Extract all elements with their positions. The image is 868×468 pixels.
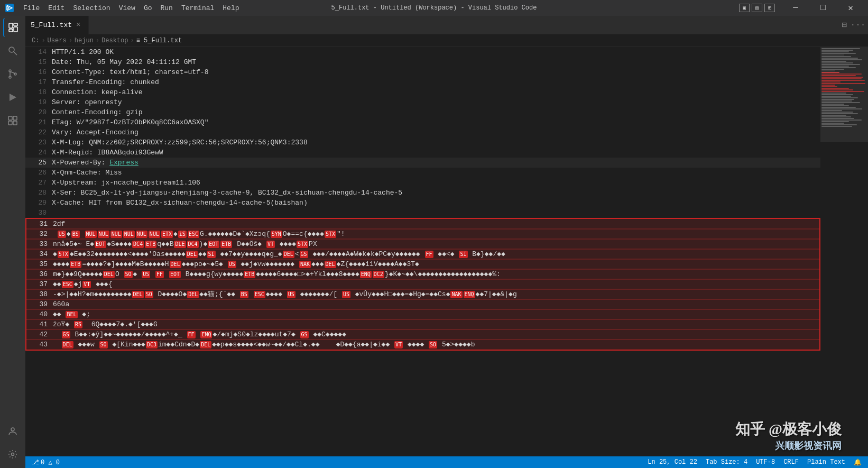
account-icon[interactable] (3, 421, 22, 441)
status-bar: ⎇ 0 △ 0 Ln 25, Col 22 Tab Size: 4 UTF-8 … (25, 456, 868, 468)
layout-icon-1[interactable]: ▣ (739, 4, 750, 12)
titlebar: File Edit Selection View Go Run Terminal… (0, 0, 868, 16)
line-34: 34 ◆STX◆E◆◆32◆◆◆◆◆◆◆◆<◆◆◆◆'Oas◆◆◆◆◆DEL◆◆… (26, 249, 819, 259)
git-icon: ⎇ (32, 458, 39, 466)
menu-run[interactable]: Run (156, 2, 177, 14)
menu-selection[interactable]: Selection (69, 2, 114, 14)
line-15: 15 Date: Thu, 05 May 2022 04:11:12 GMT (25, 57, 820, 67)
menu-edit[interactable]: Edit (44, 2, 69, 14)
line-40: 40 ◆◆ BEL ◆; (26, 309, 819, 319)
notification-icon[interactable]: 🔔 (852, 458, 864, 466)
line-28: 28 X-Ser: BC25_dx-lt-yd-jiangsu-zhenjian… (25, 188, 820, 198)
position-indicator[interactable]: Ln 25, Col 22 (645, 458, 699, 466)
line-24: 24 X-M-Reqid: IB8AABqdoi93GewW (25, 148, 820, 158)
line-29: 29 X-Cache: HIT from BC132_dx-sichuan-ch… (25, 198, 820, 208)
breadcrumb: C: › Users › hejun › Desktop › ≡ 5_Full.… (25, 34, 868, 47)
layout-icons: ▣ ▤ ⊞ (739, 4, 775, 12)
menu-go[interactable]: Go (140, 2, 156, 14)
line-31: 31 2df (26, 219, 819, 229)
close-button[interactable]: ✕ (838, 0, 863, 16)
main-layout: 5_Full.txt × ⊟ ··· C: › Users › hejun › … (0, 16, 868, 468)
svg-rect-13 (13, 121, 17, 125)
svg-rect-3 (9, 29, 13, 32)
settings-icon[interactable] (3, 445, 22, 464)
line-17: 17 Transfer-Encoding: chunked (25, 77, 820, 87)
line-26: 26 X-Qnm-Cache: Miss (25, 168, 820, 178)
menu-help[interactable]: Help (218, 2, 243, 14)
status-right: Ln 25, Col 22 Tab Size: 4 UTF-8 CRLF Pla… (645, 458, 864, 466)
svg-marker-9 (10, 94, 16, 101)
titlebar-left: File Edit Selection View Go Run Terminal… (5, 2, 244, 14)
split-editor-button[interactable]: ⊟ (838, 19, 850, 31)
tab-size-indicator[interactable]: Tab Size: 4 (704, 458, 750, 466)
svg-rect-2 (14, 27, 17, 32)
line-22: 22 Vary: Accept-Encoding (25, 127, 820, 137)
code-editor[interactable]: 14 HTTP/1.1 200 OK 15 Date: Thu, 05 May … (25, 47, 868, 456)
express-link[interactable]: Express (109, 159, 138, 167)
line-25: 25 X-Powered-By: Express (25, 158, 820, 168)
line-23: 23 X-M-Log: QNM:zz602;SRCPROXY:zz599;SRC… (25, 137, 820, 148)
breadcrumb-hejun: hejun (75, 37, 94, 44)
minimize-button[interactable]: ─ (783, 0, 808, 16)
menu-file[interactable]: File (19, 2, 44, 14)
line-36: 36 m◆}◆◆9Q◆◆◆◆◆DELO SO◆ US FF EOT B◆◆◆◆g… (26, 269, 819, 279)
svg-rect-12 (8, 121, 12, 125)
minimap-viewport[interactable] (820, 47, 868, 142)
encoding-indicator[interactable]: UTF-8 (754, 458, 777, 466)
line-20: 20 Content-Encoding: gzip (25, 107, 820, 117)
line-27: 27 X-Upstream: jx-ncache_upstream11.106 (25, 178, 820, 188)
extensions-icon[interactable] (3, 111, 22, 130)
lines-table: 14 HTTP/1.1 200 OK 15 Date: Thu, 05 May … (25, 47, 820, 456)
tab-bar: 5_Full.txt × ⊟ ··· (25, 16, 868, 34)
tab-close-button[interactable]: × (75, 20, 81, 30)
tab-filename: 5_Full.txt (31, 21, 72, 29)
more-actions-button[interactable]: ··· (852, 19, 864, 31)
line-32: 32 US◆BS NULNULNULNULNULNULETX◆iSESCG.◆◆… (26, 229, 819, 239)
line-14: 14 HTTP/1.1 200 OK (25, 47, 820, 57)
line-19: 19 Server: openresty (25, 97, 820, 107)
menu-terminal[interactable]: Terminal (177, 2, 218, 14)
line-41: 41 žoŸ◆ RS 6Q◆◆◆◆7◆.◆'[◆◆◆G (26, 319, 819, 329)
line-33: 33 nnå◆5◆~ E◆EOT◆S◆◆◆◆DC4ETBq◆◆BDLEDC4)◆… (26, 239, 819, 249)
layout-icon-2[interactable]: ▤ (752, 4, 762, 12)
svg-rect-10 (8, 116, 12, 120)
svg-rect-1 (14, 23, 17, 26)
line-43: 43 DEL ◆◆◆w SO ◆[Kin◆◆◆DC3im◆◆Cdn◆D◆DEL◆… (26, 339, 819, 350)
breadcrumb-file: ≡ 5_Full.txt (136, 37, 182, 44)
line-16: 16 Content-Type: text/html; charset=utf-… (25, 67, 820, 77)
selected-block: 31 2df 32 US◆BS NULNULNULNULNULNULETX◆iS… (25, 218, 820, 351)
breadcrumb-users: Users (48, 37, 67, 44)
tab-actions: ⊟ ··· (838, 19, 868, 31)
menu-view[interactable]: View (115, 2, 140, 14)
git-status[interactable]: ⎇ 0 △ 0 (30, 458, 62, 466)
language-indicator[interactable]: Plain Text (805, 458, 847, 466)
activity-bar (0, 16, 25, 468)
svg-line-5 (14, 52, 17, 55)
activity-bottom (3, 421, 22, 468)
eol-indicator[interactable]: CRLF (781, 458, 801, 466)
line-42: 42 GS B◆◆:◆ŷ]◆◆~◆◆◆◆◆◆/◆◆◆◆◆^+◆_ FF ENQ◆… (26, 329, 819, 339)
breadcrumb-desktop: Desktop (101, 37, 128, 44)
svg-rect-0 (9, 23, 13, 28)
maximize-button[interactable]: □ (811, 0, 835, 16)
line-21: 21 ETag: W/"2987f-OzBTzObPK0q8CC6axOASXQ… (25, 117, 820, 127)
svg-rect-11 (13, 116, 17, 120)
minimap (820, 47, 868, 456)
run-debug-icon[interactable] (3, 88, 22, 107)
breadcrumb-c: C: (32, 37, 39, 44)
line-39: 39 660a (26, 299, 819, 309)
line-37: 37 ◆◆ESC◆jVT ◆◆◆{ (26, 279, 819, 289)
editor-area: 5_Full.txt × ⊟ ··· C: › Users › hejun › … (25, 16, 868, 468)
git-status-text: 0 △ 0 (41, 458, 60, 466)
line-35: 35 ◆◆◆◆ETB=◆◆◆◆?◆]◆◆◆◆M◆B◆◆◆◆◆HDEL◆◆◆po◆… (26, 259, 819, 269)
search-icon[interactable] (3, 41, 22, 60)
titlebar-title: 5_Full.txt - Untitled (Workspace) - Visu… (331, 4, 537, 12)
svg-point-15 (12, 453, 14, 456)
layout-icon-3[interactable]: ⊞ (764, 4, 775, 12)
svg-point-7 (9, 76, 11, 78)
source-control-icon[interactable] (3, 65, 22, 84)
titlebar-menu: File Edit Selection View Go Run Terminal… (19, 2, 244, 14)
explorer-icon[interactable] (3, 18, 22, 37)
svg-point-14 (11, 428, 14, 431)
active-tab[interactable]: 5_Full.txt × (25, 16, 89, 34)
